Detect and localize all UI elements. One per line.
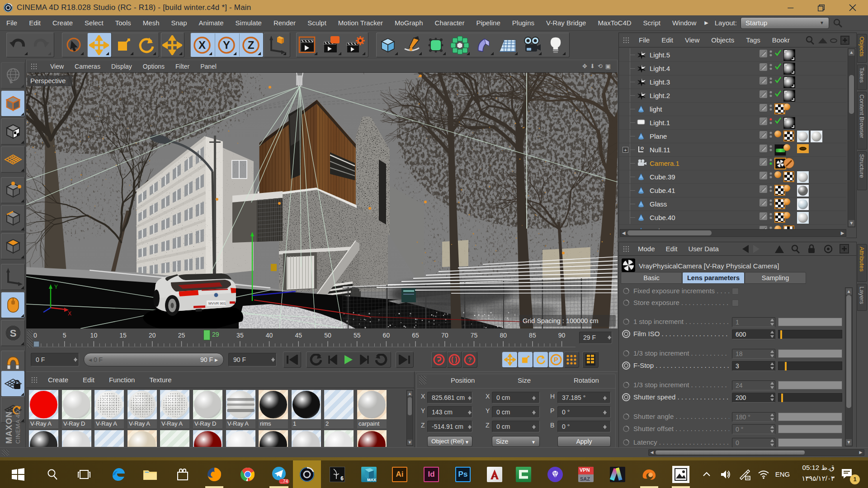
svg-text:S: S (9, 328, 16, 339)
svg-text:85: 85 (529, 332, 536, 339)
svg-text:Grid Spacing : 100000 cm: Grid Spacing : 100000 cm (523, 317, 599, 324)
svg-text:Y: Y (54, 284, 58, 290)
svg-text:90: 90 (558, 332, 566, 339)
svg-text:65: 65 (412, 332, 419, 339)
svg-text:?: ? (468, 356, 472, 363)
svg-text:20: 20 (149, 332, 156, 339)
svg-text:70: 70 (441, 332, 448, 339)
svg-text:40: 40 (266, 332, 273, 339)
svg-text:35: 35 (236, 332, 244, 339)
svg-text:MAXON: MAXON (5, 411, 14, 444)
svg-text:X: X (68, 310, 71, 317)
svg-text:CINEMA 4D: CINEMA 4D (14, 410, 21, 444)
svg-text:75: 75 (471, 332, 478, 339)
svg-text:55: 55 (354, 332, 361, 339)
svg-text:10: 10 (90, 332, 98, 339)
svg-text:P: P (554, 356, 558, 363)
svg-text:60: 60 (383, 332, 390, 339)
svg-text:50: 50 (324, 332, 331, 339)
svg-text:0: 0 (33, 332, 37, 339)
svg-text:X: X (198, 39, 206, 51)
svg-text:80: 80 (500, 332, 507, 339)
svg-text:5: 5 (63, 332, 66, 339)
svg-text:Z: Z (248, 39, 255, 51)
svg-text:O: O (641, 146, 644, 150)
svg-text:45: 45 (295, 332, 302, 339)
svg-text:15: 15 (119, 332, 127, 339)
svg-text:Perspective: Perspective (30, 77, 66, 84)
svg-text:MVVR 901: MVVR 901 (208, 301, 226, 305)
svg-text:Y: Y (223, 39, 230, 51)
svg-text:25: 25 (178, 332, 185, 339)
